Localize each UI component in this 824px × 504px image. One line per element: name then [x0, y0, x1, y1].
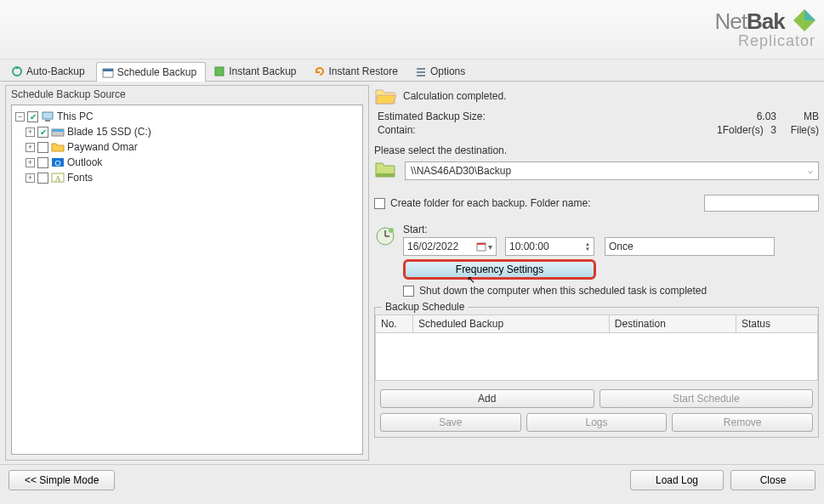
tree-node-this-pc[interactable]: − This PC: [15, 109, 359, 124]
svg-marker-1: [804, 9, 815, 20]
checkbox-this-pc[interactable]: [27, 111, 38, 122]
checkbox-fonts[interactable]: [37, 173, 48, 184]
refresh-icon: [11, 65, 23, 77]
source-tree[interactable]: − This PC + Blade 15 SSD (C:) + Paywand …: [11, 105, 363, 455]
backup-stats: Estimated Backup Size: 6.03MB Contain: 1…: [374, 110, 819, 136]
checkbox-blade[interactable]: [37, 127, 48, 138]
main-content: Schedule Backup Source − This PC + Blade…: [0, 82, 824, 464]
shutdown-checkbox[interactable]: [403, 286, 414, 297]
remove-button[interactable]: Remove: [672, 413, 813, 432]
footer: << Simple Mode Load Log Close: [0, 464, 824, 495]
calc-status: Calculation completed.: [403, 90, 506, 102]
destination-section: Please select the destination. \\NAS46AD…: [374, 144, 819, 181]
backup-schedule-group: Backup Schedule No. Scheduled Backup Des…: [374, 307, 819, 438]
tab-instant-backup[interactable]: Instant Backup: [207, 61, 305, 81]
schedule-table: No. Scheduled Backup Destination Status: [375, 314, 818, 333]
svg-rect-23: [477, 243, 486, 245]
tree-node-paywand[interactable]: + Paywand Omar: [26, 139, 359, 155]
svg-rect-7: [417, 71, 425, 73]
svg-rect-17: [376, 173, 395, 177]
tree-node-outlook[interactable]: + O Outlook: [26, 155, 359, 170]
start-schedule-button[interactable]: Start Schedule: [600, 389, 814, 408]
folder-icon: [51, 141, 65, 153]
shutdown-label: Shut down the computer when this schedul…: [419, 285, 707, 297]
close-button[interactable]: Close: [730, 470, 815, 490]
add-button[interactable]: Add: [380, 389, 594, 408]
simple-mode-button[interactable]: << Simple Mode: [9, 470, 115, 490]
tab-schedule-backup[interactable]: Schedule Backup: [96, 62, 206, 82]
create-folder-checkbox[interactable]: [374, 198, 385, 209]
col-status[interactable]: Status: [736, 315, 817, 333]
svg-rect-9: [43, 112, 53, 119]
backup-icon: [213, 65, 225, 77]
calendar-icon: [102, 66, 114, 78]
tree-node-fonts[interactable]: + A Fonts: [26, 170, 359, 185]
svg-rect-6: [417, 68, 425, 70]
frequency-display: Once: [605, 237, 775, 256]
tab-auto-backup[interactable]: Auto-Backup: [5, 61, 94, 81]
col-scheduled[interactable]: Scheduled Backup: [413, 315, 610, 333]
svg-rect-12: [52, 129, 64, 132]
svg-text:A: A: [55, 174, 61, 183]
expand-icon[interactable]: +: [26, 173, 35, 183]
folder-open-icon: [374, 87, 396, 105]
col-destination[interactable]: Destination: [609, 315, 736, 333]
expand-icon[interactable]: +: [26, 127, 35, 137]
cursor-icon: ↖: [467, 272, 475, 287]
outlook-icon: O: [51, 156, 65, 168]
tab-options[interactable]: Options: [409, 61, 475, 81]
nas-folder-icon: [374, 160, 396, 181]
checkbox-outlook[interactable]: [37, 157, 48, 168]
calendar-dropdown-icon: ▾: [476, 241, 492, 252]
header: NetBak Replicator: [0, 0, 824, 59]
create-folder-label: Create folder for each backup. Folder na…: [390, 197, 590, 209]
source-title: Schedule Backup Source: [6, 86, 368, 103]
start-time-input[interactable]: 10:00:00 ▲▼: [505, 237, 594, 256]
svg-rect-8: [417, 75, 425, 76]
start-label: Start:: [403, 224, 819, 235]
schedule-table-body[interactable]: [375, 333, 818, 381]
fonts-icon: A: [51, 172, 65, 184]
load-log-button[interactable]: Load Log: [630, 470, 724, 490]
svg-text:O: O: [54, 159, 60, 167]
logo: NetBak Replicator: [715, 8, 815, 50]
logs-button[interactable]: Logs: [526, 413, 668, 432]
settings-panel: Calculation completed. Estimated Backup …: [374, 85, 819, 461]
svg-rect-4: [103, 69, 113, 71]
tree-node-blade[interactable]: + Blade 15 SSD (C:): [26, 124, 359, 139]
frequency-settings-button[interactable]: Frequency Settings ↖: [403, 259, 596, 280]
expand-icon[interactable]: +: [26, 158, 35, 167]
computer-icon: [41, 110, 54, 122]
source-panel: Schedule Backup Source − This PC + Blade…: [5, 85, 369, 461]
destination-select[interactable]: \\NAS46AD30\Backup ⌵: [405, 161, 819, 180]
collapse-icon[interactable]: −: [15, 112, 25, 122]
expand-icon[interactable]: +: [26, 143, 35, 152]
time-spinner-icon[interactable]: ▲▼: [585, 241, 590, 252]
tab-instant-restore[interactable]: Instant Restore: [308, 61, 407, 81]
folder-name-input[interactable]: [704, 195, 819, 212]
schedule-clock-icon: [374, 225, 396, 247]
save-button[interactable]: Save: [380, 413, 521, 432]
chevron-down-icon: ⌵: [808, 166, 813, 175]
col-no[interactable]: No.: [376, 315, 413, 333]
tab-bar: Auto-Backup Schedule Backup Instant Back…: [0, 59, 824, 82]
restore-icon: [314, 65, 326, 77]
svg-rect-10: [45, 120, 50, 122]
dest-prompt: Please select the destination.: [374, 144, 819, 156]
drive-icon: [51, 126, 65, 138]
start-date-input[interactable]: 16/02/2022 ▾: [403, 237, 497, 256]
options-icon: [415, 65, 427, 77]
svg-point-21: [389, 228, 394, 233]
checkbox-paywand[interactable]: [37, 142, 48, 153]
svg-rect-5: [215, 67, 224, 76]
